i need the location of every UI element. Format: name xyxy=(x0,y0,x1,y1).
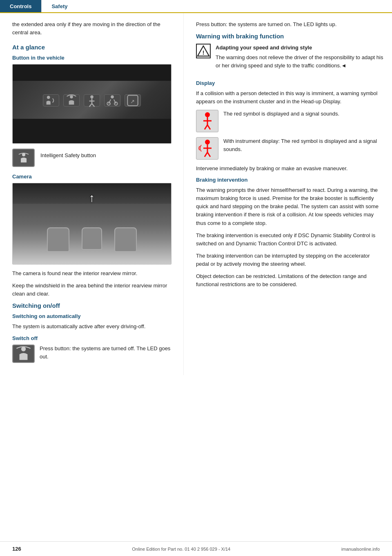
button-in-vehicle-heading: Button in the vehicle xyxy=(12,55,175,61)
car-dashboard-image: ↗ xyxy=(12,64,172,144)
camera-arrow-icon: ↑ xyxy=(89,191,95,205)
isb-row: Intelligent Safety button xyxy=(12,149,175,167)
camera-text2: Keep the windshield in the area behind t… xyxy=(12,282,175,298)
intro-text: the extended area only if they are movin… xyxy=(12,20,175,36)
note-box: ! Adapting your speed and driving style … xyxy=(196,44,384,74)
at-a-glance-heading: At a glance xyxy=(12,44,175,51)
switch-off-icon xyxy=(12,345,35,363)
headrests xyxy=(47,227,137,252)
note-text-block: Adapting your speed and driving style Th… xyxy=(216,44,384,74)
svg-point-2 xyxy=(90,96,94,99)
symbol1-text: The red symbol is displayed and a signal… xyxy=(223,110,339,118)
svg-point-1 xyxy=(70,96,73,99)
braking-text2: The braking intervention is executed onl… xyxy=(196,231,384,248)
footer: 126 Online Edition for Part no. 01 40 2 … xyxy=(0,541,392,556)
left-column: the extended area only if they are movin… xyxy=(0,13,184,375)
intervene-text: Intervene immediately by braking or make… xyxy=(196,165,384,173)
braking-text1: The warning prompts the driver himself/h… xyxy=(196,186,384,227)
note-text1: Adapting your speed and driving style xyxy=(216,44,384,52)
svg-point-21 xyxy=(205,140,210,145)
warning-person-icon-2 xyxy=(196,137,218,160)
footer-part-info: Online Edition for Part no. 01 40 2 956 … xyxy=(132,547,230,552)
svg-line-6 xyxy=(92,104,94,107)
page-number: 126 xyxy=(12,546,21,552)
camera-heading: Camera xyxy=(12,173,175,180)
svg-text:↗: ↗ xyxy=(131,99,135,105)
controls-tab-label: Controls xyxy=(10,3,31,9)
switch-off-heading: Switch off xyxy=(12,335,175,341)
tab-controls[interactable]: Controls xyxy=(0,0,41,12)
switching-auto-heading: Switching on automatically xyxy=(12,313,175,319)
svg-point-8 xyxy=(107,102,110,105)
svg-point-12 xyxy=(22,153,25,156)
right-column: Press button: the systems are turned on.… xyxy=(184,13,392,375)
braking-text4: Object detection can be restricted. Limi… xyxy=(196,272,384,289)
warning-heading: Warning with braking function xyxy=(196,33,384,40)
headrest-center xyxy=(82,227,102,250)
braking-text3: The braking intervention can be interrup… xyxy=(196,252,384,268)
tab-safety[interactable]: Safety xyxy=(41,0,77,12)
svg-point-0 xyxy=(47,96,50,99)
warning-symbol-row-2: With instrument display: The red symbol … xyxy=(196,137,384,160)
svg-line-24 xyxy=(205,152,207,157)
press-button-text: Press button: the systems are turned on.… xyxy=(196,20,384,29)
svg-point-7 xyxy=(111,96,114,99)
switch-off-text: Press button: the systems are turned off… xyxy=(40,345,175,361)
dashboard-buttons: ↗ xyxy=(43,94,141,107)
camera-image: ↑ xyxy=(12,183,172,265)
dash-btn-3 xyxy=(84,94,100,107)
warning-symbol-row-1: The red symbol is displayed and a signal… xyxy=(196,110,384,132)
safety-tab-label: Safety xyxy=(51,3,67,9)
display-heading: Display xyxy=(196,80,384,86)
headrest-left xyxy=(47,227,69,252)
switching-heading: Switching on/off xyxy=(12,302,175,309)
svg-point-9 xyxy=(114,102,118,105)
header-tabs: Controls Safety xyxy=(0,0,392,13)
dash-btn-1 xyxy=(43,94,59,107)
dash-btn-2 xyxy=(63,94,80,107)
svg-line-20 xyxy=(207,125,210,129)
braking-heading: Braking intervention xyxy=(196,177,384,183)
isb-label: Intelligent Safety button xyxy=(40,151,96,160)
svg-text:!: ! xyxy=(203,49,205,56)
svg-line-5 xyxy=(89,104,92,107)
svg-point-16 xyxy=(205,112,210,117)
footer-logo: imanualsonline.info xyxy=(341,547,380,552)
svg-line-25 xyxy=(207,152,210,157)
symbol2-text: With instrument display: The red symbol … xyxy=(223,137,384,153)
display-text: If a collision with a person detected in… xyxy=(196,89,384,106)
svg-point-13 xyxy=(21,347,26,351)
isb-icon xyxy=(12,149,35,167)
svg-line-19 xyxy=(205,125,207,129)
dash-btn-4 xyxy=(104,94,120,107)
warning-triangle-icon: ! xyxy=(196,44,211,58)
warning-person-icon-1 xyxy=(196,110,218,132)
camera-text1: The camera is found near the interior re… xyxy=(12,269,175,278)
dash-btn-5: ↗ xyxy=(125,94,141,107)
headrest-right xyxy=(114,227,137,252)
switch-off-row: Press button: the systems are turned off… xyxy=(12,345,175,363)
main-content: the extended area only if they are movin… xyxy=(0,13,392,375)
note-text2: The warning does not relieve the driver … xyxy=(216,53,384,70)
switching-auto-text: The system is automatically active after… xyxy=(12,322,175,331)
